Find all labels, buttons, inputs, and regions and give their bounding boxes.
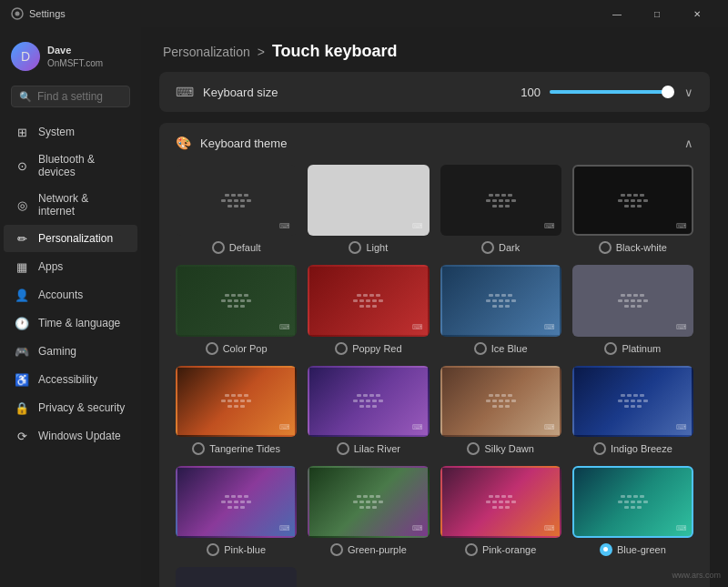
radio-light[interactable] [349,241,361,254]
slider-value: 100 [513,86,541,99]
radio-blue-green[interactable] [600,543,612,556]
gaming-nav-icon: 🎮 [15,344,29,359]
theme-item-poppy-red[interactable]: ⌨Poppy Red [308,265,429,354]
radio-color-pop[interactable] [206,342,218,355]
radio-ice-blue[interactable] [474,342,487,355]
user-email: OnMSFT.com [47,57,103,69]
theme-label-indigo: Indigo Breeze [611,443,672,454]
sidebar-item-update[interactable]: ⟳ Windows Update [4,422,137,450]
sidebar-item-accessibility[interactable]: ♿ Accessibility [4,366,137,393]
keyboard-size-section: ⌨ Keyboard size 100 ∨ [159,72,710,112]
sidebar-item-accounts[interactable]: 👤 Accounts [4,281,137,309]
breadcrumb: Personalization > Touch keyboard [141,27,728,72]
time-nav-label: Time & language [38,317,120,329]
radio-green-purple[interactable] [330,543,343,556]
theme-label-tangerine: Tangerine Tides [209,443,280,454]
theme-item-custom[interactable]: ⌨Custom theme [176,567,297,588]
theme-collapse-icon[interactable]: ∧ [684,137,693,150]
theme-item-green-purple[interactable]: ⌨Green-purple [308,466,429,555]
personalization-nav-label: Personalization [38,232,113,245]
personalization-nav-icon: ✏ [15,231,29,246]
theme-item-pink-blue[interactable]: ⌨Pink-blue [176,466,297,555]
breadcrumb-parent[interactable]: Personalization [163,45,250,59]
theme-item-color-pop[interactable]: ⌨Color Pop [176,265,297,354]
theme-item-silky[interactable]: ⌨Silky Dawn [440,366,561,455]
radio-platinum[interactable] [604,342,617,355]
theme-item-black-white[interactable]: ⌨Black-white [572,165,693,254]
search-box[interactable]: 🔍 [11,86,130,107]
radio-pink-blue[interactable] [207,543,219,556]
slider-container: 100 ∨ [513,86,693,99]
theme-label-blue-green: Blue-green [617,544,666,555]
bluetooth-nav-label: Bluetooth & devices [38,153,126,178]
sidebar-item-apps[interactable]: ▦ Apps [4,253,137,280]
gaming-nav-label: Gaming [38,345,76,358]
theme-item-dark[interactable]: ⌨Dark [440,165,561,254]
theme-item-pink-orange[interactable]: ⌨Pink-orange [440,466,561,555]
radio-lilac[interactable] [337,442,349,455]
search-input[interactable] [37,90,122,103]
theme-label-black-white: Black-white [616,242,667,253]
theme-item-platinum[interactable]: ⌨Platinum [572,265,693,354]
sidebar-item-bluetooth[interactable]: ⊙ Bluetooth & devices [4,147,137,185]
titlebar: Settings — □ ✕ [0,0,728,27]
theme-item-blue-green[interactable]: ⌨Blue-green [572,466,693,555]
radio-poppy-red[interactable] [335,342,348,355]
theme-label-text: Keyboard theme [200,137,287,150]
theme-item-light[interactable]: ⌨Light [308,165,429,254]
privacy-nav-label: Privacy & security [38,401,125,414]
titlebar-controls: — □ ✕ [597,0,717,27]
radio-tangerine[interactable] [192,442,205,455]
sidebar-item-network[interactable]: ◎ Network & internet [4,186,137,224]
system-nav-label: System [38,126,75,138]
radio-silky[interactable] [467,442,480,455]
slider-track[interactable] [550,90,668,94]
main-layout: D Dave OnMSFT.com 🔍 ⊞ System⊙ Bluetooth … [0,27,728,587]
privacy-nav-icon: 🔒 [15,400,29,415]
page-title: Touch keyboard [272,42,398,61]
sidebar-item-personalization[interactable]: ✏ Personalization [4,225,137,252]
theme-label-default: Default [229,242,261,253]
sidebar-item-privacy[interactable]: 🔒 Privacy & security [4,394,137,421]
radio-default[interactable] [212,241,225,254]
network-nav-label: Network & internet [38,192,126,218]
user-profile[interactable]: D Dave OnMSFT.com [0,35,141,86]
theme-header-left: 🎨 Keyboard theme [176,136,287,150]
sidebar-item-gaming[interactable]: 🎮 Gaming [4,338,137,365]
close-button[interactable]: ✕ [677,0,717,27]
radio-black-white[interactable] [599,241,612,254]
update-nav-label: Windows Update [38,430,121,442]
slider-thumb[interactable] [662,86,674,98]
theme-item-tangerine[interactable]: ⌨Tangerine Tides [176,366,297,455]
svg-point-1 [15,12,20,16]
theme-item-indigo[interactable]: ⌨Indigo Breeze [572,366,693,455]
theme-item-ice-blue[interactable]: ⌨Ice Blue [440,265,561,354]
theme-item-default[interactable]: ⌨Default [176,165,297,254]
themes-grid: ⌨Default⌨Light⌨Dark⌨Black-white⌨Color Po… [176,165,693,587]
sidebar-item-system[interactable]: ⊞ System [4,118,137,146]
radio-dark[interactable] [481,241,494,254]
theme-item-lilac[interactable]: ⌨Lilac River [308,366,429,455]
theme-label-ice-blue: Ice Blue [491,343,528,354]
radio-indigo[interactable] [593,442,606,455]
apps-nav-label: Apps [38,260,63,273]
radio-pink-orange[interactable] [465,543,478,556]
theme-label-platinum: Platinum [622,343,661,354]
bluetooth-nav-icon: ⊙ [15,158,29,173]
settings-window-icon [11,7,24,20]
theme-label-pink-orange: Pink-orange [482,544,536,555]
accounts-nav-label: Accounts [38,288,83,301]
sidebar-item-time[interactable]: 🕐 Time & language [4,309,137,337]
sidebar: D Dave OnMSFT.com 🔍 ⊞ System⊙ Bluetooth … [0,27,141,587]
maximize-button[interactable]: □ [637,0,677,27]
theme-header: 🎨 Keyboard theme ∧ [176,136,693,150]
theme-label-lilac: Lilac River [354,443,400,454]
theme-label-light: Light [366,242,388,253]
keyboard-icon: ⌨ [176,85,194,99]
theme-label-green-purple: Green-purple [348,544,407,555]
expand-icon[interactable]: ∨ [684,86,693,99]
keyboard-theme-section: 🎨 Keyboard theme ∧ ⌨Default⌨Light⌨Dark⌨B… [159,123,710,587]
time-nav-icon: 🕐 [15,316,29,330]
minimize-button[interactable]: — [597,0,637,27]
theme-label-poppy-red: Poppy Red [352,343,401,354]
